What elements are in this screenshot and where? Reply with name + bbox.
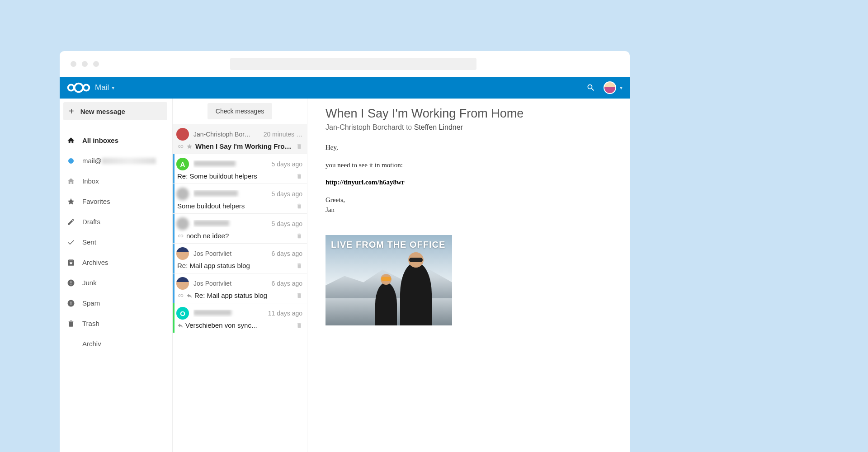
redacted-text: [102, 158, 156, 164]
sidebar-item-favorites[interactable]: Favorites: [63, 191, 169, 212]
sender-avatar: [176, 277, 189, 290]
message-item[interactable]: Jos Poortvliet6 days agoRe: Mail app sta…: [173, 273, 307, 303]
trash-icon: [66, 319, 76, 329]
sender-avatar: [176, 128, 189, 141]
sidebar-item-label: Sent: [82, 238, 96, 246]
search-icon[interactable]: [586, 83, 595, 92]
delete-icon[interactable]: [296, 202, 302, 210]
body-line: you need to see it in motion:: [326, 160, 612, 170]
sidebar: + New message All inboxesmail@InboxFavor…: [60, 99, 173, 452]
archive-icon: [66, 258, 76, 268]
message-list: Check messages Jan-Christoph Bor…20 minu…: [173, 99, 307, 452]
reply-icon: [186, 292, 193, 299]
message-content: When I Say I'm Working From Home Jan-Chr…: [307, 99, 630, 452]
message-time: 6 days ago: [272, 280, 303, 287]
sidebar-item-sent[interactable]: Sent: [63, 232, 169, 252]
alert-icon: [66, 298, 76, 308]
app-switcher[interactable]: Mail ▼: [95, 83, 115, 92]
sidebar-item-label: Drafts: [82, 218, 100, 226]
message-subject: Verschieben von sync…: [185, 321, 292, 329]
sender-name: Jos Poortvliet: [193, 250, 272, 257]
message-subject: noch ne idee?: [186, 232, 292, 240]
image-caption: LIVE FROM THE OFFICE: [331, 240, 445, 250]
check-messages-button[interactable]: Check messages: [208, 103, 272, 119]
browser-chrome: [60, 51, 630, 77]
sidebar-item-all-inboxes[interactable]: All inboxes: [63, 130, 169, 151]
check-icon: [66, 237, 76, 247]
none-icon: [66, 339, 76, 349]
delete-icon[interactable]: [296, 262, 302, 269]
caret-down-icon: ▼: [111, 85, 115, 90]
svg-point-1: [75, 84, 83, 92]
delete-icon[interactable]: [296, 322, 302, 329]
maximize-dot[interactable]: [93, 61, 99, 67]
sender-name: Jos Poortvliet: [193, 280, 272, 287]
user-menu-caret-icon[interactable]: ▼: [619, 85, 623, 90]
message-subject: When I Say I'm Working Fro…: [195, 142, 292, 150]
sidebar-item-label: Trash: [82, 320, 99, 327]
message-subject: Re: Mail app status blog: [177, 262, 292, 269]
message-item[interactable]: 5 days agonoch ne idee?: [173, 213, 307, 243]
from-name: Jan-Christoph Borchardt: [326, 123, 404, 131]
svg-point-0: [68, 85, 74, 90]
minimize-dot[interactable]: [82, 61, 88, 67]
message-item[interactable]: O11 days agoVerschieben von sync…: [173, 303, 307, 333]
delete-icon[interactable]: [296, 143, 302, 150]
sidebar-item-label: Archiv: [82, 340, 101, 348]
sidebar-item-drafts[interactable]: Drafts: [63, 212, 169, 232]
sender-avatar: [176, 247, 189, 260]
app-header: Mail ▼ ▼: [60, 77, 630, 99]
sidebar-item-inbox[interactable]: Inbox: [63, 171, 169, 191]
star-icon: [66, 197, 76, 207]
body-line: Greets,: [326, 195, 612, 205]
message-item[interactable]: 5 days agoSome buildout helpers: [173, 184, 307, 213]
plus-icon: +: [69, 106, 74, 117]
close-dot[interactable]: [71, 61, 76, 67]
sidebar-item-junk[interactable]: Junk: [63, 273, 169, 293]
pencil-icon: [66, 217, 76, 227]
message-time: 20 minutes …: [264, 131, 302, 138]
sidebar-item-label: Junk: [82, 279, 97, 287]
app-window: Mail ▼ ▼ + New message All inboxesmail@I…: [60, 51, 630, 452]
alert-icon: [66, 278, 76, 288]
nextcloud-logo[interactable]: [66, 81, 93, 94]
sidebar-item-label: Favorites: [82, 198, 110, 205]
sidebar-item-label: Archives: [82, 259, 108, 266]
message-title: When I Say I'm Working From Home: [326, 107, 612, 121]
sender-name: [193, 160, 272, 168]
svg-point-2: [83, 85, 89, 90]
body-line: Jan: [326, 205, 612, 215]
delete-icon[interactable]: [296, 173, 302, 180]
home-icon: [66, 136, 76, 146]
message-subject: Re: Mail app status blog: [194, 292, 292, 299]
app-title-label: Mail: [95, 83, 109, 92]
sender-name: Jan-Christoph Bor…: [193, 131, 264, 138]
sidebar-item-label: Inbox: [82, 177, 99, 185]
sender-avatar: [176, 188, 189, 200]
message-time: 5 days ago: [272, 220, 303, 227]
address-bar[interactable]: [230, 58, 476, 70]
sidebar-item-archiv[interactable]: Archiv: [63, 334, 169, 354]
sidebar-item-mail-[interactable]: mail@: [63, 151, 169, 171]
sender-name: [193, 190, 272, 198]
message-subject: Re: Some buildout helpers: [177, 172, 292, 180]
user-avatar[interactable]: [604, 81, 616, 94]
star-icon[interactable]: [186, 143, 193, 150]
sidebar-item-archives[interactable]: Archives: [63, 252, 169, 273]
reply-icon: [177, 322, 184, 329]
message-item[interactable]: A5 days agoRe: Some buildout helpers: [173, 154, 307, 184]
delete-icon[interactable]: [296, 292, 302, 299]
message-item[interactable]: Jan-Christoph Bor…20 minutes …When I Say…: [173, 124, 307, 154]
delete-icon[interactable]: [296, 232, 302, 240]
window-controls: [71, 61, 99, 67]
message-item[interactable]: Jos Poortvliet6 days agoRe: Mail app sta…: [173, 243, 307, 273]
sidebar-item-spam[interactable]: Spam: [63, 293, 169, 313]
sidebar-item-trash[interactable]: Trash: [63, 313, 169, 334]
body-link[interactable]: http://tinyurl.com/h6ay8wr: [326, 179, 405, 186]
message-time: 6 days ago: [272, 250, 303, 257]
home-outline-icon: [66, 176, 76, 186]
bluedot-icon: [66, 156, 76, 166]
message-time: 5 days ago: [272, 190, 303, 198]
sender-name: [193, 220, 272, 227]
new-message-button[interactable]: + New message: [63, 102, 167, 120]
